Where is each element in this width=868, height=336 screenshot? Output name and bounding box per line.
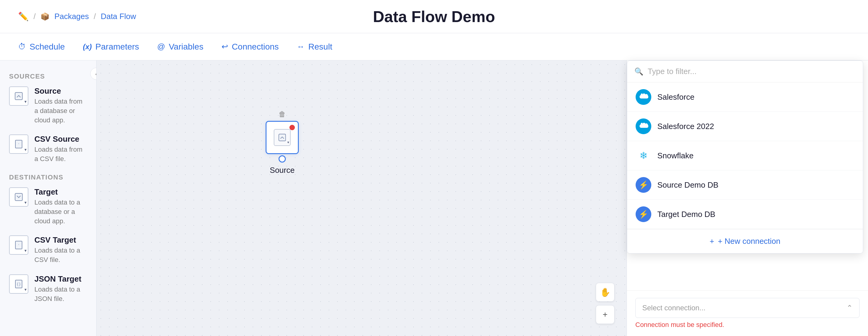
source-demo-db-label: Source Demo DB — [657, 180, 718, 190]
target-demo-db-label: Target Demo DB — [657, 210, 715, 219]
dropdown-search-area: 🔍 — [627, 61, 863, 83]
toolbar: ⏱ Schedule (x) Parameters @ Variables ↩ … — [0, 33, 868, 60]
page-title: Data Flow Demo — [373, 7, 495, 26]
new-connection-plus-icon: + — [710, 236, 714, 246]
canvas-controls: ✋ + — [596, 283, 615, 324]
pan-tool-button[interactable]: ✋ — [596, 283, 615, 302]
new-connection-button[interactable]: + + New connection — [627, 229, 863, 253]
sidebar-collapse-button[interactable]: ‹ — [90, 68, 97, 80]
source-name: Source — [34, 86, 87, 96]
connection-selector: Select connection... ⌃ Connection must b… — [627, 290, 868, 336]
csv-target-desc: Loads data to a CSV file. — [34, 246, 87, 265]
source-icon: ▾ — [9, 86, 28, 106]
csv-source-icon: ' ▾ — [9, 135, 28, 154]
csv-source-arrow-icon: ▾ — [25, 147, 27, 152]
parameters-icon: (x) — [83, 43, 92, 51]
target-icon: ▾ — [9, 187, 28, 207]
canvas-area[interactable]: 🗑 ▾ Source ✋ + — [97, 60, 626, 336]
svg-text:{}: {} — [17, 282, 21, 286]
tab-result[interactable]: ↔ Result — [297, 39, 332, 54]
csv-source-desc: Loads data from a CSV file. — [34, 145, 87, 164]
zoom-in-button[interactable]: + — [596, 305, 615, 324]
svg-rect-3 — [15, 193, 22, 201]
salesforce2022-label: Salesforce 2022 — [657, 122, 714, 131]
target-demo-db-icon: ⚡ — [636, 206, 651, 222]
salesforce2022-icon — [636, 118, 651, 134]
csv-target-icon: ' ▾ — [9, 235, 28, 255]
csv-target-name: CSV Target — [34, 235, 87, 245]
salesforce-icon — [636, 89, 651, 105]
svg-text:': ' — [18, 143, 20, 146]
breadcrumb-sep-1: / — [33, 12, 36, 21]
packages-icon: 📦 — [40, 12, 50, 21]
sidebar: ‹ SOURCES ▾ Source Loads data from a dat… — [0, 60, 97, 336]
sidebar-item-json-target[interactable]: {} ▾ JSON Target Loads data to a JSON fi… — [9, 274, 87, 304]
dropdown-item-salesforce[interactable]: Salesforce — [627, 83, 863, 112]
node-label: Source — [270, 166, 294, 175]
tab-parameters[interactable]: (x) Parameters — [83, 39, 139, 54]
sidebar-item-source[interactable]: ▾ Source Loads data from a database or c… — [9, 86, 87, 125]
tab-variables-label: Variables — [169, 42, 204, 52]
json-target-text: JSON Target Loads data to a JSON file. — [34, 274, 87, 304]
variables-icon: @ — [157, 42, 165, 51]
node-connector — [279, 155, 286, 163]
target-text: Target Loads data to a database or a clo… — [34, 187, 87, 226]
tab-schedule[interactable]: ⏱ Schedule — [18, 39, 65, 54]
search-icon: 🔍 — [634, 67, 644, 76]
connection-select-placeholder: Select connection... — [642, 304, 705, 312]
tab-parameters-label: Parameters — [95, 42, 139, 52]
sidebar-item-target[interactable]: ▾ Target Loads data to a database or a c… — [9, 187, 87, 226]
target-name: Target — [34, 187, 87, 197]
connection-dropdown[interactable]: 🔍 Salesforce Salesforce 2022 — [627, 60, 863, 253]
sidebar-item-csv-source[interactable]: ' ▾ CSV Source Loads data from a CSV fil… — [9, 135, 87, 164]
csv-source-text: CSV Source Loads data from a CSV file. — [34, 135, 87, 164]
node-inner-icon: ▾ — [274, 129, 291, 146]
snowflake-icon: ❄ — [636, 148, 651, 164]
dropdown-search-input[interactable] — [648, 67, 856, 76]
svg-rect-0 — [15, 92, 22, 100]
canvas-node-source[interactable]: 🗑 ▾ Source — [266, 121, 299, 175]
tab-result-label: Result — [308, 42, 332, 52]
sources-section-label: SOURCES — [9, 73, 87, 80]
dropdown-item-target-demo-db[interactable]: ⚡ Target Demo DB — [627, 200, 863, 229]
tab-variables[interactable]: @ Variables — [157, 39, 204, 54]
target-arrow-icon: ▾ — [25, 200, 27, 205]
sidebar-item-csv-target[interactable]: ' ▾ CSV Target Loads data to a CSV file. — [9, 235, 87, 265]
dropdown-item-salesforce-2022[interactable]: Salesforce 2022 — [627, 112, 863, 141]
tab-schedule-label: Schedule — [30, 42, 65, 52]
csv-target-text: CSV Target Loads data to a CSV file. — [34, 235, 87, 265]
dropdown-item-source-demo-db[interactable]: ⚡ Source Demo DB — [627, 170, 863, 200]
svg-text:': ' — [18, 244, 20, 248]
tab-connections[interactable]: ↩ Connections — [221, 39, 279, 54]
connection-error-message: Connection must be specified. — [635, 321, 860, 329]
breadcrumb-packages[interactable]: Packages — [54, 12, 89, 21]
csv-target-arrow-icon: ▾ — [25, 248, 27, 253]
result-icon: ↔ — [297, 42, 305, 51]
source-desc: Loads data from a database or cloud app. — [34, 97, 87, 125]
new-connection-label: + New connection — [718, 236, 780, 246]
home-icon[interactable]: ✏️ — [18, 11, 29, 22]
connections-icon: ↩ — [221, 42, 228, 51]
node-arrow-icon: ▾ — [287, 140, 289, 144]
connection-select-dropdown[interactable]: Select connection... ⌃ — [635, 298, 860, 318]
source-text: Source Loads data from a database or clo… — [34, 86, 87, 125]
salesforce-label: Salesforce — [657, 92, 694, 102]
destinations-section-label: DESTINATIONS — [9, 173, 87, 181]
right-panel: 🔍 Salesforce Salesforce 2022 — [626, 60, 868, 336]
breadcrumb: ✏️ / 📦 Packages / Data Flow — [18, 11, 136, 22]
node-box[interactable]: ▾ — [266, 121, 299, 154]
source-demo-db-icon: ⚡ — [636, 177, 651, 193]
dropdown-item-snowflake[interactable]: ❄ Snowflake — [627, 141, 863, 170]
breadcrumb-sep-2: / — [94, 12, 96, 21]
source-arrow-icon: ▾ — [25, 99, 27, 104]
target-desc: Loads data to a database or a cloud app. — [34, 198, 87, 226]
schedule-icon: ⏱ — [18, 42, 26, 51]
chevron-up-icon: ⌃ — [846, 304, 852, 312]
node-delete-button[interactable]: 🗑 — [279, 110, 286, 118]
breadcrumb-dataflow[interactable]: Data Flow — [101, 12, 136, 21]
tab-connections-label: Connections — [232, 42, 279, 52]
csv-source-name: CSV Source — [34, 135, 87, 144]
json-target-icon: {} ▾ — [9, 274, 28, 294]
json-target-arrow-icon: ▾ — [25, 287, 27, 292]
svg-rect-8 — [279, 134, 286, 141]
